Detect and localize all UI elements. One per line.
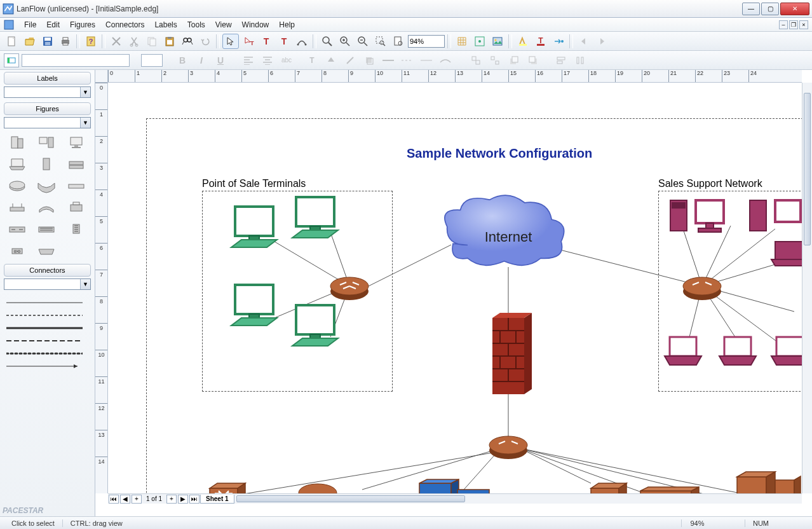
figure-printer[interactable] — [64, 198, 88, 216]
hline3-button[interactable] — [418, 53, 435, 68]
menu-help[interactable]: Help — [274, 19, 300, 31]
flow-button[interactable] — [550, 34, 567, 49]
figure-hub[interactable] — [64, 177, 88, 195]
image-button[interactable] — [489, 34, 506, 49]
sheet-last[interactable]: ⏭ — [189, 495, 200, 504]
back-button[interactable] — [525, 53, 541, 68]
sheet-tab[interactable]: Sheet 1 — [200, 495, 234, 504]
distribute-button[interactable] — [572, 53, 588, 68]
zoom-out-button[interactable] — [355, 34, 371, 49]
maximize-button[interactable]: ▢ — [761, 3, 779, 15]
figure-antenna[interactable]: ((•)) — [5, 242, 29, 259]
align-center-button[interactable] — [259, 53, 276, 68]
figure-server[interactable] — [5, 134, 29, 151]
canvas[interactable]: Sample Network Configuration Point of Sa… — [108, 83, 802, 493]
menu-figures[interactable]: Figures — [65, 19, 100, 31]
bold-button[interactable]: B — [174, 53, 191, 68]
align-left-button[interactable] — [240, 53, 257, 68]
text-tool[interactable]: T — [258, 34, 274, 49]
text-tool-2[interactable]: T — [276, 34, 292, 49]
zoom-select[interactable] — [408, 35, 445, 48]
figure-laptop[interactable] — [5, 155, 29, 173]
snap-button[interactable] — [471, 34, 488, 49]
figure-chip[interactable] — [64, 220, 88, 238]
delete-button[interactable] — [108, 34, 125, 49]
sheet-add-left[interactable]: + — [132, 495, 142, 504]
figure-curve[interactable] — [34, 177, 58, 195]
sheet-first[interactable]: ⏮ — [109, 495, 119, 504]
figure-desktop[interactable] — [34, 134, 58, 151]
sheet-prev[interactable]: ◀ — [120, 495, 130, 504]
connector-dashed[interactable] — [6, 309, 88, 322]
figure-monitor[interactable] — [64, 134, 88, 151]
hline1-button[interactable] — [380, 53, 396, 68]
menu-edit[interactable]: Edit — [41, 19, 65, 31]
connector-solid[interactable] — [6, 296, 88, 309]
figures-panel-header[interactable]: Figures — [4, 102, 91, 115]
figure-switch[interactable] — [5, 220, 29, 238]
new-button[interactable] — [4, 34, 20, 49]
figure-router[interactable] — [5, 177, 29, 195]
sheet-next[interactable]: ▶ — [178, 495, 188, 504]
scrollbar-vertical[interactable] — [802, 83, 812, 493]
figure-rack[interactable] — [64, 155, 88, 173]
menu-connectors[interactable]: Connectors — [100, 19, 149, 31]
connector-dotted[interactable] — [6, 347, 88, 360]
open-button[interactable] — [22, 34, 38, 49]
group-button[interactable] — [468, 53, 484, 68]
fill-button[interactable] — [323, 53, 339, 68]
text-select-tool[interactable]: T — [240, 34, 257, 49]
connectors-combo[interactable]: ▼ — [4, 278, 91, 290]
font-combo[interactable] — [22, 54, 130, 67]
style-toggle[interactable] — [4, 53, 19, 67]
select-tool[interactable] — [222, 34, 239, 49]
minimize-button[interactable]: — — [742, 3, 760, 15]
mdi-restore[interactable]: ❐ — [789, 20, 798, 29]
figure-keyboard[interactable] — [34, 242, 58, 259]
connector-thick[interactable] — [6, 322, 88, 334]
figure-blank[interactable] — [64, 242, 88, 259]
undo-button[interactable] — [197, 34, 213, 49]
paste-button[interactable] — [161, 34, 178, 49]
next-button[interactable] — [593, 34, 610, 49]
curve-button[interactable] — [437, 53, 454, 68]
mdi-minimize[interactable]: – — [779, 20, 788, 29]
zoom-in-button[interactable] — [337, 34, 353, 49]
text-format-button[interactable]: T — [304, 53, 320, 68]
find-button[interactable] — [179, 34, 196, 49]
grid-button[interactable] — [454, 34, 470, 49]
hline2-button[interactable] — [399, 53, 416, 68]
zoom-tool[interactable] — [319, 34, 335, 49]
sheet-add-right[interactable]: + — [166, 495, 177, 504]
menu-tools[interactable]: Tools — [182, 19, 210, 31]
connector-longdash[interactable] — [6, 334, 88, 347]
zoom-region-button[interactable] — [372, 34, 389, 49]
mdi-close[interactable]: × — [799, 20, 808, 29]
abc-button[interactable]: abc — [278, 53, 295, 68]
text-color-button[interactable]: T — [532, 34, 549, 49]
line-button[interactable] — [342, 53, 358, 68]
figure-tower[interactable] — [34, 155, 58, 173]
labels-combo[interactable]: ▼ — [4, 86, 91, 98]
copy-button[interactable] — [144, 34, 160, 49]
font-size-combo[interactable] — [141, 54, 163, 67]
figure-patch[interactable] — [34, 220, 58, 238]
cut-button[interactable] — [126, 34, 142, 49]
figure-modem[interactable] — [34, 198, 58, 216]
ungroup-button[interactable] — [487, 53, 503, 68]
save-button[interactable] — [39, 34, 56, 49]
figure-wireless[interactable] — [5, 198, 29, 216]
highlight-button[interactable] — [515, 34, 531, 49]
figures-combo[interactable]: ▼ — [4, 117, 91, 128]
menu-labels[interactable]: Labels — [149, 19, 182, 31]
shadow-button[interactable] — [361, 53, 377, 68]
zoom-page-button[interactable] — [390, 34, 407, 49]
menu-window[interactable]: Window — [237, 19, 274, 31]
help-button[interactable]: ? — [83, 34, 99, 49]
menu-view[interactable]: View — [210, 19, 237, 31]
labels-panel-header[interactable]: Labels — [4, 72, 91, 85]
prev-button[interactable] — [576, 34, 592, 49]
connector-tool[interactable] — [294, 34, 310, 49]
align-button[interactable] — [553, 53, 569, 68]
scrollbar-horizontal[interactable] — [235, 493, 802, 504]
